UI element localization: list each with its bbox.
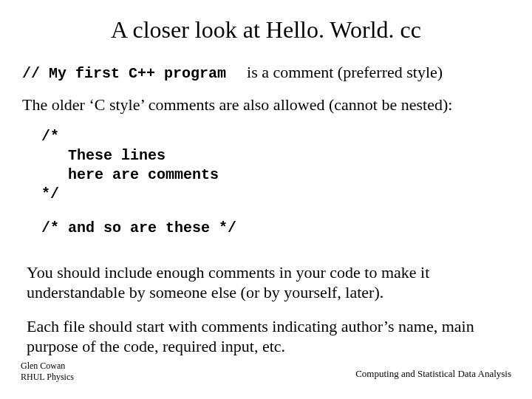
c-style-intro: The older ‘C style’ comments are also al… [22, 95, 510, 115]
slide-body: // My first C++ programis a comment (pre… [22, 58, 510, 357]
footer-affiliation: RHUL Physics [21, 372, 74, 383]
paragraph-advice-2: Each file should start with comments ind… [27, 316, 502, 357]
inline-code-cpp-comment: // My first C++ program [22, 65, 226, 82]
comment-example-line: // My first C++ programis a comment (pre… [22, 62, 510, 83]
footer-right: Computing and Statistical Data Analysis [355, 368, 511, 380]
code-block-single-line-comment: /* and so are these */ [41, 219, 510, 237]
footer-author: Glen Cowan [21, 361, 74, 372]
paragraph-advice-1: You should include enough comments in yo… [27, 262, 502, 303]
slide: A closer look at Hello. World. cc // My … [0, 0, 532, 399]
footer-left: Glen Cowan RHUL Physics [21, 361, 74, 383]
inline-explanation: is a comment (preferred style) [247, 63, 443, 81]
slide-title: A closer look at Hello. World. cc [0, 16, 532, 44]
code-block-multiline-comment: /* These lines here are comments */ [41, 127, 510, 204]
